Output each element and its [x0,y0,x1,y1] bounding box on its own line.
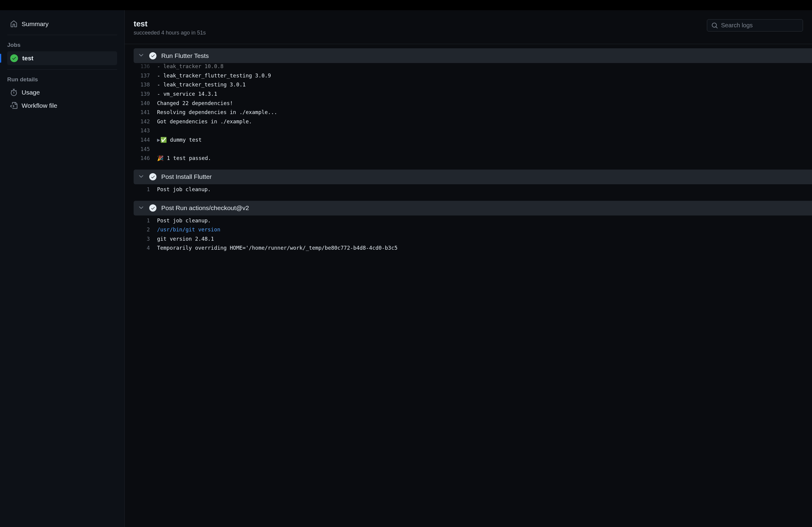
window-top-bar [0,0,812,10]
line-content: - leak_tracker_flutter_testing 3.0.9 [157,71,271,80]
file-code-icon [10,102,17,109]
log-area[interactable]: Run Flutter Tests136- leak_tracker 10.0.… [125,44,812,527]
step: Post Install Flutter1Post job cleanup. [134,169,812,199]
log-line[interactable]: 146🎉 1 test passed. [134,154,812,163]
header: test succeeded 4 hours ago in 51s [125,10,812,44]
log-line[interactable]: 136- leak_tracker 10.0.8 [134,62,812,71]
check-circle-icon [149,173,157,180]
line-number: 3 [134,235,157,244]
log-line[interactable]: 2/usr/bin/git version [134,225,812,235]
line-content: /usr/bin/git version [157,225,220,235]
search-input[interactable] [721,22,798,29]
line-content: 🎉 1 test passed. [157,154,211,163]
sidebar-summary[interactable]: Summary [7,17,117,31]
divider [7,35,117,35]
line-content: Resolving dependencies in ./example... [157,108,277,117]
check-circle-icon [149,52,157,59]
line-content: Changed 22 dependencies! [157,99,233,108]
step-header[interactable]: Post Run actions/checkout@v2 [134,201,812,215]
log-line[interactable]: 141Resolving dependencies in ./example..… [134,108,812,117]
log-line[interactable]: 3git version 2.48.1 [134,235,812,244]
log-lines: 1Post job cleanup. [134,184,812,199]
sidebar-job-test[interactable]: test [7,51,117,65]
line-content: git version 2.48.1 [157,235,214,244]
page-subtitle: succeeded 4 hours ago in 51s [134,30,206,36]
run-details-section-label: Run details [7,74,117,86]
line-number: 139 [134,89,157,99]
search-icon [711,22,718,29]
log-line[interactable]: 142Got dependencies in ./example. [134,117,812,126]
step-title: Post Run actions/checkout@v2 [161,205,249,212]
sidebar-job-label: test [22,55,33,62]
line-number: 4 [134,243,157,253]
log-lines: 136- leak_tracker 10.0.8137- leak_tracke… [134,61,812,168]
log-lines: 1Post job cleanup.2/usr/bin/git version3… [134,215,812,258]
log-line[interactable]: 143 [134,126,812,135]
step-header[interactable]: Run Flutter Tests [134,48,812,63]
step: Run Flutter Tests136- leak_tracker 10.0.… [134,48,812,168]
chevron-down-icon [138,173,144,181]
line-number: 142 [134,117,157,126]
step: Post Run actions/checkout@v21Post job cl… [134,201,812,258]
step-title: Run Flutter Tests [161,52,209,59]
page-title: test [134,19,206,29]
line-number: 2 [134,225,157,235]
log-line[interactable]: 144▶✅ dummy test [134,135,812,145]
step-title: Post Install Flutter [161,173,212,180]
line-content: Temporarily overriding HOME='/home/runne… [157,243,397,253]
line-number: 146 [134,154,157,163]
line-content: - leak_tracker_testing 3.0.1 [157,80,246,89]
line-content: Post job cleanup. [157,216,211,225]
layout: Summary Jobs test Run details Usage Work… [0,10,812,527]
check-circle-icon [149,205,157,212]
main-content: test succeeded 4 hours ago in 51s Run Fl… [125,10,812,527]
log-line[interactable]: 1Post job cleanup. [134,216,812,225]
line-number: 145 [134,145,157,154]
log-line[interactable]: 140Changed 22 dependencies! [134,99,812,108]
line-content: - leak_tracker 10.0.8 [157,62,223,71]
line-content: Got dependencies in ./example. [157,117,252,126]
log-line[interactable]: 137- leak_tracker_flutter_testing 3.0.9 [134,71,812,80]
line-number: 136 [134,62,157,71]
chevron-down-icon [138,52,144,59]
sidebar: Summary Jobs test Run details Usage Work… [0,10,125,527]
stopwatch-icon [10,89,17,96]
chevron-down-icon [138,205,144,212]
check-circle-icon [10,54,18,62]
sidebar-workflow-file-label: Workflow file [21,102,57,109]
sidebar-usage-label: Usage [21,89,40,96]
step-header[interactable]: Post Install Flutter [134,169,812,184]
sidebar-usage[interactable]: Usage [7,86,117,99]
line-number: 137 [134,71,157,80]
log-line[interactable]: 1Post job cleanup. [134,185,812,194]
search-wrap[interactable] [707,19,803,31]
line-content: ▶✅ dummy test [157,135,202,145]
line-content: - vm_service 14.3.1 [157,89,217,99]
line-number: 140 [134,99,157,108]
jobs-section-label: Jobs [7,39,117,51]
line-number: 144 [134,135,157,145]
log-line[interactable]: 139- vm_service 14.3.1 [134,89,812,99]
divider [7,69,117,70]
home-icon [10,20,17,28]
line-content: Post job cleanup. [157,185,211,194]
log-line[interactable]: 145 [134,145,812,154]
line-number: 1 [134,185,157,194]
sidebar-summary-label: Summary [21,20,49,28]
line-number: 138 [134,80,157,89]
sidebar-workflow-file[interactable]: Workflow file [7,99,117,112]
title-block: test succeeded 4 hours ago in 51s [134,19,206,36]
line-number: 143 [134,126,157,135]
line-number: 141 [134,108,157,117]
line-number: 1 [134,216,157,225]
log-line[interactable]: 4Temporarily overriding HOME='/home/runn… [134,243,812,253]
log-line[interactable]: 138- leak_tracker_testing 3.0.1 [134,80,812,89]
